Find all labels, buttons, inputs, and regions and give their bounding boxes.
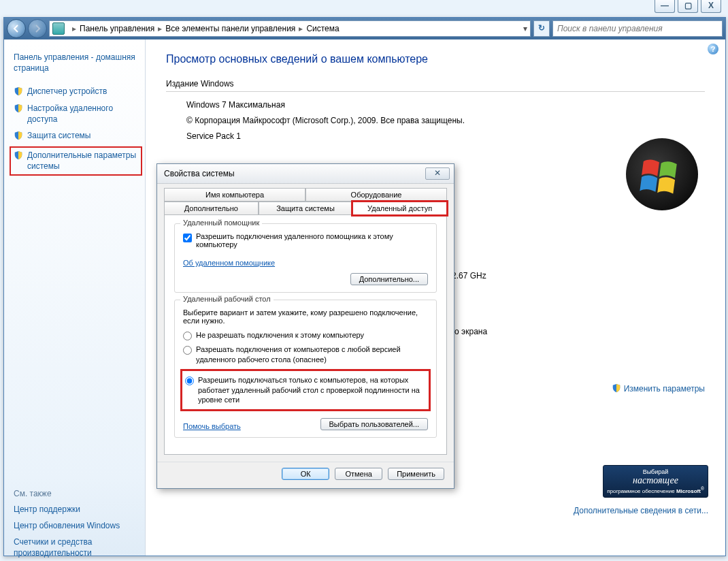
rd-option-nla[interactable] <box>185 376 194 385</box>
shield-icon <box>14 131 23 140</box>
sidebar-item-device-manager[interactable]: Диспетчер устройств <box>27 86 107 97</box>
search-box[interactable] <box>552 20 723 37</box>
dialog-titlebar: Свойства системы ✕ <box>157 164 454 184</box>
select-users-button[interactable]: Выбрать пользователей... <box>320 418 429 430</box>
see-also-performance[interactable]: Счетчики и средства производительности <box>14 536 138 558</box>
breadcrumb-root[interactable]: Панель управления <box>80 24 154 33</box>
control-panel-home-link[interactable]: Панель управления - домашняя страница <box>14 52 138 74</box>
back-button[interactable] <box>7 19 26 38</box>
shield-icon <box>14 86 23 96</box>
shield-icon <box>612 383 621 393</box>
remote-desktop-group-title: Удаленный рабочий стол <box>180 295 274 303</box>
cpu-fragment: 2.67 GHz <box>452 271 486 280</box>
copyright-text: © Корпорация Майкрософт (Microsoft Corp.… <box>186 113 705 129</box>
see-also-action-center[interactable]: Центр поддержки <box>14 504 138 515</box>
rd-option-any-version[interactable] <box>183 346 192 355</box>
remote-desktop-hint: Выберите вариант и затем укажите, кому р… <box>183 308 428 325</box>
service-pack: Service Pack 1 <box>186 129 705 144</box>
sidebar-item-system-protection[interactable]: Защита системы <box>27 130 90 141</box>
rd-option-deny-label: Не разрешать подключения к этому компьют… <box>196 330 364 340</box>
system-properties-dialog: Свойства системы ✕ Имя компьютера Оборуд… <box>156 163 454 489</box>
rd-option-nla-label: Разрешить подключаться только с компьюте… <box>198 375 425 406</box>
refresh-button[interactable]: ↻ <box>533 20 550 37</box>
forward-button[interactable] <box>28 19 47 38</box>
dialog-title: Свойства системы <box>164 169 235 178</box>
breadcrumb-mid[interactable]: Все элементы панели управления <box>165 24 295 33</box>
minimize-button[interactable]: — <box>655 0 675 13</box>
cancel-button[interactable]: Отмена <box>335 468 382 480</box>
help-icon[interactable]: ? <box>708 44 718 54</box>
change-settings-link[interactable]: Изменить параметры <box>624 384 705 394</box>
see-also-heading: См. также <box>14 489 138 498</box>
dialog-close-button[interactable]: ✕ <box>425 167 450 180</box>
screen-fragment: го экрана <box>452 327 487 336</box>
edition-name: Windows 7 Максимальная <box>186 97 705 113</box>
remote-desktop-group: Удаленный рабочий стол Выберите вариант … <box>174 300 437 438</box>
sidebar-item-advanced-settings[interactable]: Дополнительные параметры системы <box>27 150 138 172</box>
outer-window-controls: — ▢ X <box>652 0 721 13</box>
tab-hardware[interactable]: Оборудование <box>305 188 447 202</box>
sidebar: Панель управления - домашняя страница Ди… <box>4 39 146 556</box>
help-me-choose-link[interactable]: Помочь выбрать <box>183 422 241 430</box>
rd-option-any-version-label: Разрешать подключения от компьютеров с л… <box>196 344 428 365</box>
shield-icon <box>14 150 23 160</box>
rd-option-nla-highlight: Разрешить подключаться только с компьюте… <box>180 369 431 412</box>
breadcrumb-leaf[interactable]: Система <box>306 24 339 33</box>
page-title: Просмотр основных сведений о вашем компь… <box>166 53 705 65</box>
apply-button[interactable]: Применить <box>388 468 444 480</box>
edition-label: Издание Windows <box>166 79 705 89</box>
remote-assistance-group-title: Удаленный помощник <box>180 219 262 227</box>
allow-remote-assistance-checkbox[interactable] <box>183 234 192 242</box>
tab-system-protection[interactable]: Защита системы <box>259 202 353 215</box>
sidebar-highlight: Дополнительные параметры системы <box>10 146 142 175</box>
change-settings-link-wrap: Изменить параметры <box>612 383 705 394</box>
ok-button[interactable]: ОК <box>282 468 329 480</box>
shield-icon <box>14 103 23 113</box>
tab-computer-name[interactable]: Имя компьютера <box>164 188 305 202</box>
maximize-button[interactable]: ▢ <box>678 0 698 13</box>
close-button[interactable]: X <box>701 0 721 13</box>
search-input[interactable] <box>556 23 719 34</box>
control-panel-icon <box>52 22 65 35</box>
windows-logo-icon <box>626 138 698 210</box>
allow-remote-assistance-label: Разрешить подключения удаленного помощни… <box>196 232 428 249</box>
see-also-windows-update[interactable]: Центр обновления Windows <box>14 520 138 531</box>
breadcrumb[interactable]: ▸ Панель управления ▸ Все элементы панел… <box>49 20 531 37</box>
remote-assistance-group: Удаленный помощник Разрешить подключения… <box>174 223 437 293</box>
tab-remote[interactable]: Удаленный доступ <box>352 202 447 215</box>
remote-assistance-advanced-button[interactable]: Дополнительно... <box>350 273 428 285</box>
breadcrumb-dropdown-icon[interactable]: ▾ <box>523 24 527 33</box>
about-remote-assistance-link[interactable]: Об удаленном помощнике <box>183 259 275 267</box>
sidebar-item-remote-settings[interactable]: Настройка удаленного доступа <box>27 103 138 125</box>
genuine-microsoft-badge: Выбирай настоящее программное обеспечени… <box>603 465 708 498</box>
rd-option-deny[interactable] <box>183 332 192 340</box>
tab-advanced[interactable]: Дополнительно <box>164 202 259 215</box>
address-bar: ▸ Панель управления ▸ Все элементы панел… <box>4 18 725 39</box>
more-info-online-link[interactable]: Дополнительные сведения в сети... <box>574 506 708 515</box>
